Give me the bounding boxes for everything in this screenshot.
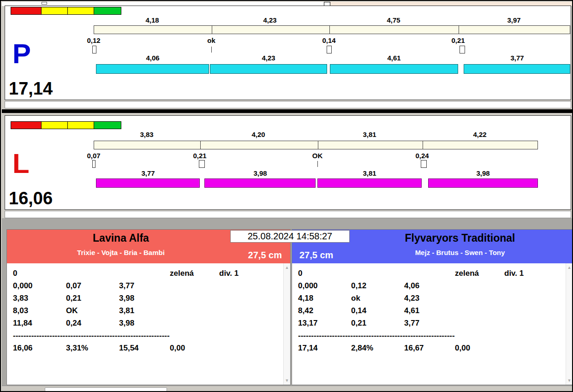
- team-right-results[interactable]: 0 zelená div. 1 0,0000,124,06 4,18ok4,23…: [292, 263, 573, 385]
- split-bottom-label: 4,61: [387, 54, 400, 62]
- lane-total-time: 16,06: [9, 190, 53, 207]
- status-light: zelená: [170, 267, 219, 279]
- sensor-tick-icon: [211, 47, 212, 53]
- cross-time-label: 0,07: [87, 152, 100, 160]
- sensor-marker-icon: [460, 46, 465, 53]
- team-lineup: Mejz - Brutus - Swen - Tony: [292, 244, 573, 256]
- cross-time-label: OK: [312, 152, 323, 160]
- cross-time-label: 0,24: [415, 152, 429, 160]
- split-top-label: 3,83: [140, 131, 153, 138]
- split-top-label: 4,23: [263, 16, 276, 24]
- bottom-window-strip: [2, 386, 573, 392]
- jump-height: 27,5 cm: [299, 250, 333, 261]
- traffic-light-red-segment: [11, 7, 41, 14]
- run-row: 8,420,144,61: [292, 304, 573, 317]
- taskbar-item[interactable]: [45, 387, 167, 392]
- split-bottom-label: 3,77: [510, 54, 524, 62]
- traffic-light-yellow2-segment: [68, 7, 94, 14]
- cross-time-label: 0,14: [322, 36, 335, 44]
- status-division: div. 1: [504, 267, 573, 279]
- split-bar-segment: [330, 64, 458, 74]
- split-top-label: 4,22: [473, 131, 486, 138]
- opponent-split-bar: [94, 141, 538, 149]
- timestamp: 25.08.2024 14:58:27: [230, 230, 350, 243]
- window-tab-mark[interactable]: [42, 2, 47, 5]
- separator-row: ----------------------------------------…: [292, 329, 573, 342]
- traffic-light: [11, 121, 121, 129]
- split-top-label: 3,97: [507, 16, 520, 24]
- run-row: 8,03OK3,81: [7, 304, 290, 317]
- split-bottom-label: 3,81: [363, 169, 376, 177]
- run-row: 0,0000,073,77: [7, 279, 290, 292]
- split-top-label: 3,81: [363, 131, 376, 138]
- cross-time-label: 0,21: [451, 36, 465, 44]
- lane-p-footer-strip: [5, 101, 571, 108]
- split-bar-segment: [210, 64, 327, 74]
- scroll-up-icon[interactable]: ▲: [566, 265, 573, 270]
- split-bar-segment: [317, 178, 422, 188]
- scrollbar[interactable]: ▲ ▼: [283, 263, 290, 385]
- scroll-down-icon[interactable]: ▼: [284, 378, 290, 383]
- lane-l-footer-strip: [5, 211, 571, 218]
- status-flag: 0: [13, 267, 66, 279]
- jump-height: 27,5 cm: [248, 250, 282, 261]
- status-row: 0 zelená div. 1: [292, 267, 573, 279]
- status-light: zelená: [455, 267, 504, 279]
- team-left-panel: Lavina Alfa Trixie - Vojta - Bria - Bamb…: [6, 229, 291, 385]
- cross-time-label: ok: [207, 36, 215, 44]
- team-right-panel: Flyvaryors Traditional Mejz - Brutus - S…: [292, 229, 573, 385]
- split-top-label: 4,20: [251, 131, 265, 138]
- lane-total-time: 17,14: [9, 80, 53, 97]
- traffic-light-yellow1-segment: [42, 7, 67, 14]
- run-row: 11,840,243,98: [7, 317, 290, 329]
- split-bottom-label: 3,98: [253, 169, 267, 177]
- split-bottom-label: 4,06: [146, 54, 159, 62]
- split-bar-segment: [428, 178, 538, 188]
- lane-letter: L: [12, 150, 30, 178]
- sensor-tick-icon: [317, 161, 318, 167]
- split-bottom-label: 3,77: [141, 169, 155, 177]
- status-division: div. 1: [219, 267, 290, 279]
- split-bar-segment: [464, 64, 570, 74]
- summary-row: 16,063,31% 15,540,00: [7, 342, 290, 354]
- sensor-marker-icon: [327, 46, 332, 53]
- traffic-light-green-segment: [94, 122, 121, 129]
- run-row: 3,830,213,98: [7, 292, 290, 304]
- opponent-split-bar: [94, 25, 570, 34]
- split-top-label: 4,18: [145, 16, 159, 24]
- cross-time-label: 0,12: [87, 36, 100, 44]
- traffic-light-yellow1-segment: [42, 122, 67, 129]
- traffic-light-yellow2-segment: [68, 122, 94, 129]
- scrollbar[interactable]: ▲ ▼: [566, 263, 573, 385]
- lane-l-panel: L 16,06 3,83 4,20 3,81 4,22 0,07 0,21 OK…: [5, 115, 571, 210]
- sensor-marker-icon: [421, 160, 427, 168]
- traffic-light: [11, 7, 121, 15]
- run-row: 0,0000,124,06: [292, 279, 573, 292]
- split-bar-segment: [204, 178, 316, 188]
- app-window: P 17,14 4,18 4,23 4,75 3,97 0,12 ok 0,14…: [0, 0, 573, 392]
- split-bottom-label: 4,23: [262, 54, 275, 62]
- lane-divider: [2, 109, 573, 113]
- lane-letter: P: [12, 40, 31, 68]
- traffic-light-red-segment: [11, 122, 41, 129]
- sensor-marker-icon: [199, 160, 205, 168]
- scroll-down-icon[interactable]: ▼: [566, 378, 573, 383]
- sensor-marker-icon: [92, 46, 96, 53]
- status-flag: 0: [298, 267, 351, 279]
- traffic-light-green-segment: [94, 7, 121, 14]
- split-top-label: 4,75: [387, 16, 400, 24]
- status-row: 0 zelená div. 1: [7, 267, 290, 279]
- summary-row: 17,142,84% 16,670,00: [292, 342, 573, 354]
- split-bottom-label: 3,98: [476, 169, 489, 177]
- run-row: 13,170,213,77: [292, 317, 573, 329]
- split-bar-segment: [96, 178, 200, 188]
- sensor-marker-icon: [92, 160, 96, 168]
- scroll-up-icon[interactable]: ▲: [284, 265, 290, 270]
- separator-row: ----------------------------------------…: [7, 329, 290, 342]
- cross-time-label: 0,21: [193, 152, 206, 160]
- lane-p-panel: P 17,14 4,18 4,23 4,75 3,97 0,12 ok 0,14…: [5, 6, 571, 100]
- split-bar-segment: [96, 64, 209, 74]
- team-left-results[interactable]: 0 zelená div. 1 0,0000,073,77 3,830,213,…: [7, 263, 290, 385]
- run-row: 4,18ok4,23: [292, 292, 573, 304]
